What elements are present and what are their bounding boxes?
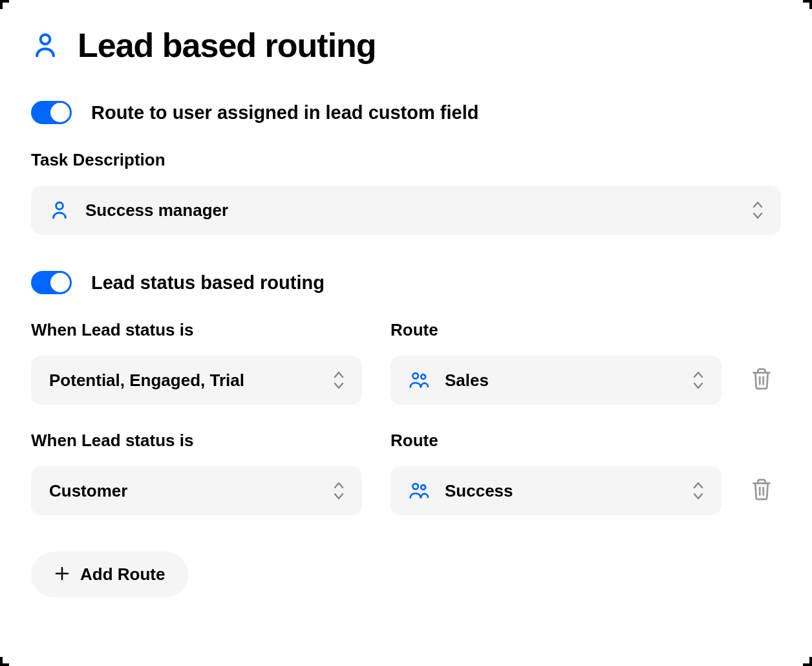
toggle-knob [50, 103, 70, 122]
toggle-knob [50, 273, 70, 292]
lead-status-dropdown[interactable]: Potential, Engaged, Trial [31, 356, 362, 405]
route-label: Route [390, 320, 721, 340]
route-when-col: When Lead status is Potential, Engaged, … [31, 320, 362, 405]
add-route-label: Add Route [80, 564, 165, 585]
route-dropdown[interactable]: Success [390, 466, 721, 515]
person-icon [49, 200, 70, 220]
route-value: Success [445, 481, 703, 501]
svg-point-2 [412, 373, 418, 379]
add-route-button[interactable]: Add Route [31, 552, 188, 597]
toggle-route-custom-field[interactable] [31, 101, 72, 124]
route-row: When Lead status is Customer Route [31, 431, 781, 515]
chevron-updown-icon [690, 480, 706, 501]
toggle-label: Lead status based routing [91, 272, 325, 294]
delete-route-button[interactable] [750, 466, 773, 515]
corner-marker [803, 657, 812, 666]
route-to-col: Route Sales [390, 320, 721, 405]
chevron-updown-icon [690, 370, 706, 391]
route-value: Sales [445, 371, 703, 391]
task-description-label: Task Description [31, 150, 781, 170]
toggle-lead-status-routing[interactable] [31, 271, 72, 294]
svg-point-1 [56, 202, 63, 209]
toggle-route-custom-field-row: Route to user assigned in lead custom fi… [31, 101, 781, 124]
when-lead-status-label: When Lead status is [31, 320, 362, 340]
page-title: Lead based routing [78, 26, 376, 65]
chevron-updown-icon [331, 370, 347, 391]
svg-point-0 [41, 35, 50, 45]
route-row: When Lead status is Potential, Engaged, … [31, 320, 781, 405]
when-lead-status-label: When Lead status is [31, 431, 362, 451]
route-to-col: Route Success [390, 431, 721, 515]
svg-point-7 [421, 485, 425, 489]
lead-status-value: Potential, Engaged, Trial [49, 371, 344, 391]
corner-marker [803, 0, 812, 9]
route-dropdown[interactable]: Sales [390, 356, 721, 405]
plus-icon [54, 566, 70, 584]
people-icon [409, 370, 429, 391]
task-description-value: Success manager [85, 200, 763, 220]
person-icon [31, 31, 59, 59]
chevron-updown-icon [750, 200, 765, 220]
toggle-lead-status-row: Lead status based routing [31, 271, 781, 294]
corner-marker [0, 657, 9, 666]
routes-container: When Lead status is Potential, Engaged, … [31, 320, 781, 515]
lead-status-value: Customer [49, 481, 344, 501]
route-when-col: When Lead status is Customer [31, 431, 362, 515]
header: Lead based routing [31, 26, 781, 65]
lead-status-dropdown[interactable]: Customer [31, 466, 362, 515]
corner-marker [0, 0, 9, 9]
lead-routing-card: Lead based routing Route to user assigne… [0, 0, 812, 666]
chevron-updown-icon [331, 480, 347, 501]
svg-point-6 [412, 484, 418, 489]
trash-icon [751, 367, 773, 393]
svg-point-3 [421, 374, 425, 379]
route-label: Route [390, 431, 721, 451]
people-icon [409, 480, 429, 501]
delete-route-button[interactable] [750, 356, 773, 405]
toggle-label: Route to user assigned in lead custom fi… [91, 102, 478, 124]
task-description-dropdown[interactable]: Success manager [31, 186, 781, 235]
trash-icon [751, 478, 773, 504]
